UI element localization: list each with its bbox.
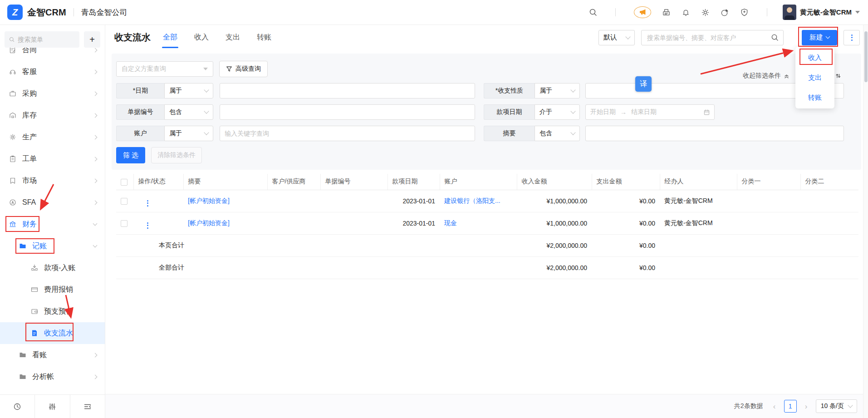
folder-icon: [19, 351, 26, 359]
production-icon: [9, 133, 16, 141]
filter-label-summary: 摘要: [484, 126, 535, 141]
filter-op-select[interactable]: 包含: [164, 104, 213, 120]
sidebar-item-customer-service[interactable]: 客服: [0, 61, 105, 83]
search-icon[interactable]: [589, 8, 597, 16]
menu-item-transfer[interactable]: 转账: [795, 88, 834, 108]
menu-search-box[interactable]: [5, 31, 79, 48]
filter-sliders-icon[interactable]: [34, 395, 69, 418]
filter-account-input[interactable]: [220, 126, 475, 141]
username: 黄元敏-金智CRM: [800, 8, 852, 17]
sidebar-item-label: 预支预付: [44, 307, 73, 316]
expense-amount-cell: ¥0.00: [592, 190, 660, 212]
sidebar-item-advance-payment[interactable]: 预支预付: [0, 300, 105, 322]
row-checkbox[interactable]: [121, 198, 128, 205]
page-size-select[interactable]: 10 条/页: [816, 399, 857, 413]
summary-link[interactable]: [帐户初始资金]: [188, 219, 230, 226]
account-link[interactable]: 建设银行（洛阳支...: [444, 197, 500, 204]
sidebar-item-payment-in[interactable]: 款项-入账: [0, 257, 105, 279]
new-record-button[interactable]: 新建: [802, 30, 837, 45]
settings-gear-icon[interactable]: [701, 8, 710, 17]
user-menu[interactable]: 黄元敏-金智CRM: [783, 5, 860, 20]
tab-expense[interactable]: 支出: [223, 25, 242, 50]
menu-item-income[interactable]: 收入: [795, 48, 834, 68]
translate-badge[interactable]: 译: [635, 76, 652, 92]
filter-buttons: 筛 选 清除筛选条件: [116, 147, 853, 163]
row-actions-icon[interactable]: [147, 200, 148, 207]
expense-amount-cell: ¥0.00: [592, 212, 660, 234]
date-range-picker[interactable]: 开始日期 → 结束日期: [585, 104, 715, 120]
sidebar-item-analysis-accounts[interactable]: 分析帐: [0, 366, 105, 388]
sidebar-item-label: 分析帐: [32, 372, 54, 382]
chevron-down-icon: [826, 34, 830, 39]
select-all-checkbox[interactable]: [121, 179, 128, 186]
summary-link[interactable]: [帐户初始资金]: [188, 197, 230, 204]
tab-all[interactable]: 全部: [161, 25, 180, 50]
sidebar-item-sfa[interactable]: SFA: [0, 192, 105, 213]
row-actions-icon[interactable]: [147, 222, 148, 229]
security-shield-icon[interactable]: [740, 8, 749, 17]
advanced-query-button[interactable]: 高级查询: [219, 61, 268, 77]
more-actions-button[interactable]: [843, 30, 860, 45]
sort-updown-icon[interactable]: [835, 73, 841, 80]
sidebar-item-bookkeeping[interactable]: 记账: [0, 235, 105, 257]
filter-op-select[interactable]: 包含: [535, 126, 580, 141]
sidebar-item-view-accounts[interactable]: 看账: [0, 344, 105, 366]
history-icon[interactable]: [0, 395, 34, 418]
row-checkbox[interactable]: [121, 220, 128, 227]
clipboard-icon: [9, 155, 16, 162]
menu-collapse-icon[interactable]: [70, 395, 105, 418]
custom-scheme-select[interactable]: 自定义方案查询: [116, 61, 213, 77]
app-logo[interactable]: Z: [7, 5, 23, 20]
prev-page-button[interactable]: ‹: [770, 403, 780, 410]
clear-filter-button[interactable]: 清除筛选条件: [151, 147, 202, 163]
account-link[interactable]: 现金: [444, 219, 457, 226]
chevron-down-icon: [570, 108, 575, 113]
chevron-right-icon: [93, 69, 98, 74]
sidebar-item-cash-flow[interactable]: 收支流水: [0, 322, 105, 344]
menu-item-expense[interactable]: 支出: [795, 68, 834, 88]
scanner-icon[interactable]: [662, 8, 671, 17]
filter-date-input[interactable]: [220, 83, 475, 98]
filter-doc-number-input[interactable]: [220, 104, 475, 120]
filter-summary-input[interactable]: [585, 126, 844, 141]
sidebar-item-finance[interactable]: 财务: [0, 213, 105, 235]
collapse-filters-button[interactable]: 收起筛选条件: [743, 72, 790, 80]
analytics-pie-icon[interactable]: [721, 8, 729, 17]
sidebar-item-label: 客服: [22, 67, 37, 77]
sidebar-item-purchasing[interactable]: 采购: [0, 83, 105, 104]
warehouse-icon: [9, 112, 16, 119]
add-menu-button[interactable]: +: [84, 31, 100, 48]
sidebar-item-production[interactable]: 生产: [0, 126, 105, 148]
tabs: 全部 收入 支出 转账: [161, 25, 286, 50]
filter-op-select[interactable]: 属于: [164, 83, 213, 98]
search-submit-button[interactable]: [766, 30, 783, 45]
page-total-label: 本页合计: [133, 234, 267, 256]
filter-op-select[interactable]: 介于: [535, 104, 580, 120]
empty-area: [105, 279, 868, 394]
filter-op-select[interactable]: 属于: [164, 126, 213, 141]
menu-search-input[interactable]: [18, 36, 75, 43]
next-page-button[interactable]: ›: [801, 403, 811, 410]
current-page[interactable]: 1: [784, 400, 797, 413]
scrollbar-thumb[interactable]: [864, 31, 868, 82]
folder-icon: [19, 242, 26, 250]
page-total-income: ¥2,000,000.00: [517, 234, 592, 256]
sidebar-item-expense-reimbursement[interactable]: 费用报销: [0, 279, 105, 300]
filter-op-select[interactable]: 属于: [535, 83, 580, 98]
handler-cell: 黄元敏-金智CRM: [660, 212, 737, 234]
flag-icon: [9, 177, 16, 184]
apply-filter-button[interactable]: 筛 选: [116, 147, 145, 163]
notification-bell-icon[interactable]: [682, 8, 690, 17]
tab-transfer[interactable]: 转账: [255, 25, 274, 50]
sidebar-item-work-order[interactable]: 工单: [0, 148, 105, 170]
announcement-icon[interactable]: [634, 6, 651, 18]
tab-income[interactable]: 收入: [192, 25, 211, 50]
scrollbar-track[interactable]: [863, 25, 868, 418]
sidebar-item-inventory[interactable]: 库存: [0, 104, 105, 126]
select-all-cell: [116, 174, 133, 190]
chevron-down-icon: [625, 34, 630, 39]
sidebar-item-market[interactable]: 市场: [0, 170, 105, 192]
view-filter-select[interactable]: 默认: [598, 30, 635, 45]
record-search-input[interactable]: [642, 34, 766, 41]
sidebar-item-label: 市场: [22, 176, 37, 186]
